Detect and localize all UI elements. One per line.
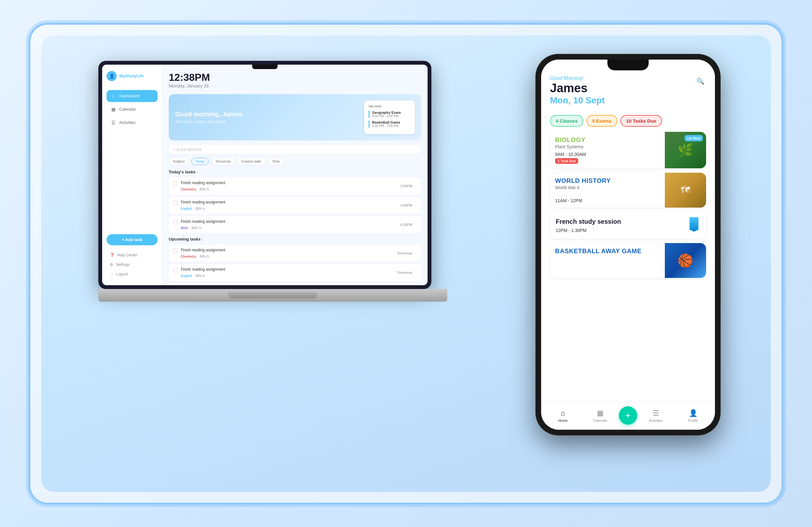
biology-subject: BIOLOGY (555, 136, 660, 144)
nav-item-calendar[interactable]: ▦ Calendar (106, 103, 158, 115)
biology-task-due: 1 Task Due (555, 158, 578, 164)
nav-label-activities: Activities (119, 120, 135, 125)
task-item-3[interactable]: Finish reading assignment Math 80% ↻ 6:0… (169, 216, 421, 234)
up-next-item-title-1: Geography Exam (372, 110, 410, 115)
task-right-3: 6:00PM › (400, 223, 417, 227)
upcoming-chevron: › (202, 237, 203, 241)
upcoming-progress-2: 80% ↻ (196, 274, 205, 277)
task-item-2[interactable]: Finish reading assignment English 80% ↻ … (169, 197, 421, 214)
upcoming-task-2[interactable]: Finish reading assignment English 80% ↻ … (169, 264, 421, 282)
upcoming-checkbox-1[interactable] (173, 249, 178, 253)
upcoming-info-1: Finish reading assignment Chemistry 80% … (181, 248, 225, 259)
filter-time[interactable]: Time (268, 157, 284, 165)
upcoming-arrow-2: › (416, 270, 417, 275)
task-arrow-2: › (416, 203, 417, 208)
biology-time: 9AM - 10.30AM (555, 152, 660, 157)
upcoming-task-1[interactable]: Finish reading assignment Chemistry 80% … (169, 245, 421, 262)
upcoming-checkbox-2[interactable] (173, 268, 178, 272)
history-time: 11AM - 12PM (555, 198, 660, 203)
study-card-left: French study session 12PM - 1.30PM (556, 218, 621, 233)
class-card-history-left: WORLD HISTORY World War II 11AM - 12PM (550, 173, 665, 208)
task-time-1: 3:00PM (400, 184, 412, 188)
task-arrow-3: › (416, 223, 417, 227)
activities-nav-icon: ☰ (652, 409, 661, 418)
up-next-badge: Up Next (684, 135, 703, 141)
task-info-3: Finish reading assignment Math 80% ↻ (181, 219, 225, 230)
laptop-screen: 👤 MyStudyLife ⌂ Dashboard ▦ Calendar (102, 65, 427, 285)
task-right-1: 3:00PM › (400, 184, 417, 188)
upcoming-info-2: Finish reading assignment English 80% ↻ (181, 267, 225, 278)
phone-screen: 🔍 Good Morning! James Mon, 10 Sept 4 Cla… (541, 60, 715, 430)
phone-header: 🔍 Good Morning! James Mon, 10 Sept (541, 75, 715, 115)
welcome-subtitle: You have 3 tasks due today. (175, 119, 244, 124)
study-card-french[interactable]: French study session 12PM - 1.30PM (550, 212, 706, 239)
welcome-card: Good morning, James. You have 3 tasks du… (169, 94, 421, 140)
add-task-button[interactable]: + Add task (106, 234, 158, 245)
phone-outer: 🔍 Good Morning! James Mon, 10 Sept 4 Cla… (536, 55, 720, 435)
class-card-history[interactable]: WORLD HISTORY World War II 11AM - 12PM 🗺 (550, 173, 706, 208)
class-card-basketball[interactable]: Basketball away game 🏀 (550, 243, 706, 278)
help-center-link[interactable]: ❓ Help Center (106, 250, 158, 260)
upcoming-task-left-2: Finish reading assignment English 80% ↻ (173, 267, 225, 278)
upcoming-task-left-1: Finish reading assignment Chemistry 80% … (173, 248, 225, 259)
help-label: Help Center (117, 253, 137, 257)
phone-content: BIOLOGY Plant Systems 9AM - 10.30AM 1 Ta… (541, 132, 715, 401)
phone-nav-add-button[interactable]: + (619, 406, 637, 425)
welcome-greeting: Good morning, James. (175, 110, 244, 118)
home-nav-label: Home (558, 419, 567, 422)
phone-nav-calendar[interactable]: ▦ Calendar (582, 409, 619, 422)
task-title-1: Finish reading assignment (181, 181, 225, 185)
upcoming-right-1: Tomorrow › (397, 251, 417, 255)
history-subject: WORLD HISTORY (555, 177, 660, 184)
upcoming-task-3[interactable]: Finish reading assignment Math 80% ↻ Tue… (169, 283, 421, 285)
filter-custom[interactable]: Custom date (237, 157, 265, 165)
filter-today[interactable]: Today (191, 157, 209, 165)
filter-subject[interactable]: Subject (169, 157, 189, 165)
home-nav-icon: ⌂ (559, 409, 567, 418)
biology-bottom: 9AM - 10.30AM 1 Task Due (555, 149, 660, 164)
quick-add-label: + Quick add task (173, 147, 202, 152)
phone-nav-home[interactable]: ⌂ Home (544, 409, 582, 422)
bookmark-icon (688, 217, 700, 234)
laptop-base (98, 289, 447, 302)
upcoming-tasks-header: Upcoming tasks › (169, 237, 421, 241)
stat-exams[interactable]: 5 Exams (586, 115, 617, 127)
task-left-1: Finish reading assignment Chemistry 80% … (173, 181, 225, 192)
search-icon[interactable]: 🔍 (695, 75, 706, 87)
calendar-icon: ▦ (111, 106, 116, 112)
class-card-biology[interactable]: BIOLOGY Plant Systems 9AM - 10.30AM 1 Ta… (550, 132, 706, 168)
tasks-chevron: › (197, 170, 198, 174)
todays-tasks-header: Today's tasks › (169, 169, 421, 174)
task-title-3: Finish reading assignment (181, 219, 225, 224)
upcoming-title-2: Finish reading assignment (181, 267, 225, 272)
task-checkbox-2[interactable] (173, 200, 178, 205)
up-next-label: Up next (368, 104, 410, 108)
quick-add-row[interactable]: + Quick add task (169, 145, 421, 154)
class-card-biology-right: 🌿 Up Next (665, 132, 706, 168)
task-checkbox-1[interactable] (173, 181, 178, 186)
history-image: 🗺 (665, 173, 706, 208)
logo: 👤 MyStudyLife (106, 71, 158, 81)
phone-nav-activities[interactable]: ☰ Activities (637, 409, 675, 422)
help-icon: ❓ (110, 253, 115, 257)
stat-tasks[interactable]: 10 Tasks Due (620, 115, 662, 127)
phone-nav-profile[interactable]: 👤 Profile (675, 409, 712, 422)
upcoming-right-2: Tomorrow › (397, 270, 417, 275)
upcoming-due-2: Tomorrow (397, 271, 412, 274)
settings-link[interactable]: ⚙ Settings (106, 260, 158, 269)
logout-link[interactable]: → Logout (106, 269, 158, 279)
task-item-1[interactable]: Finish reading assignment Chemistry 80% … (169, 178, 421, 195)
nav-item-dashboard[interactable]: ⌂ Dashboard (106, 90, 158, 102)
task-time-2: 4:00PM (400, 204, 412, 207)
filter-row: Subject Today Tomorrow Custom date Time (169, 157, 421, 165)
clock-date: Monday, January 29 (169, 83, 210, 88)
laptop-stand (228, 292, 317, 299)
upcoming-subject-1: Chemistry (181, 255, 196, 258)
upcoming-due-1: Tomorrow (397, 251, 412, 255)
stat-classes[interactable]: 4 Classes (550, 115, 583, 127)
filter-tomorrow[interactable]: Tomorrow (211, 157, 235, 165)
phone-user-name: James (550, 82, 706, 95)
nav-item-activities[interactable]: ☰ Activities (106, 117, 158, 129)
up-next-item-2: Basketball Game 6:00 PM - 7:00 PM (368, 120, 410, 128)
task-checkbox-3[interactable] (173, 220, 178, 224)
